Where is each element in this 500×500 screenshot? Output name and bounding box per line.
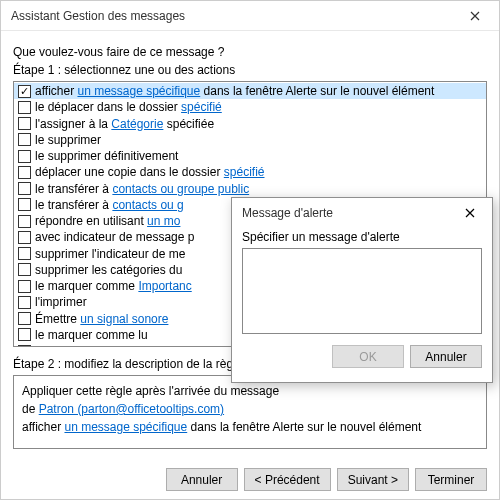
action-checkbox[interactable] — [18, 198, 31, 211]
action-label: le supprimer — [35, 133, 101, 147]
dialog-button-row: OK Annuler — [242, 345, 482, 368]
action-label: supprimer l'indicateur de me — [35, 247, 185, 261]
action-label: avec indicateur de message p — [35, 230, 194, 244]
action-label: arrêter de traiter plus de règ — [35, 344, 184, 347]
rule-description: Appliquer cette règle après l'arrivée du… — [13, 375, 487, 449]
dialog-close-button[interactable] — [450, 200, 490, 226]
window-close-button[interactable] — [455, 3, 495, 29]
action-checkbox[interactable] — [18, 231, 31, 244]
action-label: le marquer comme lu — [35, 328, 148, 342]
action-checkbox[interactable] — [18, 166, 31, 179]
action-checkbox[interactable] — [18, 328, 31, 341]
action-checkbox[interactable] — [18, 263, 31, 276]
action-label: l'imprimer — [35, 295, 87, 309]
action-checkbox[interactable] — [18, 101, 31, 114]
desc-line-3: afficher un message spécifique dans la f… — [22, 418, 478, 436]
action-label: le marquer comme Importanc — [35, 279, 192, 293]
action-checkbox[interactable] — [18, 85, 31, 98]
action-link[interactable]: contacts ou groupe public — [112, 182, 249, 196]
action-checkbox[interactable] — [18, 215, 31, 228]
action-row[interactable]: le supprimer — [14, 132, 486, 148]
action-row[interactable]: le supprimer définitivement — [14, 148, 486, 164]
action-checkbox[interactable] — [18, 345, 31, 347]
action-label: le supprimer définitivement — [35, 149, 178, 163]
action-checkbox[interactable] — [18, 247, 31, 260]
next-button[interactable]: Suivant > — [337, 468, 409, 491]
action-label: supprimer les catégories du — [35, 263, 182, 277]
desc-line-1: Appliquer cette règle après l'arrivée du… — [22, 382, 478, 400]
action-row[interactable]: l'assigner à la Catégorie spécifiée — [14, 116, 486, 132]
desc-line-2: de Patron (parton@officetooltips.com) — [22, 400, 478, 418]
dialog-label: Spécifier un message d'alerte — [242, 230, 482, 244]
action-checkbox[interactable] — [18, 133, 31, 146]
action-label: l'assigner à la Catégorie spécifiée — [35, 117, 214, 131]
question-label: Que voulez-vous faire de ce message ? — [13, 45, 487, 59]
dialog-titlebar: Message d'alerte — [232, 198, 492, 228]
action-link[interactable]: un signal sonore — [80, 312, 168, 326]
alert-message-input[interactable] — [242, 248, 482, 334]
action-row[interactable]: le déplacer dans le dossier spécifié — [14, 99, 486, 115]
action-label: afficher un message spécifique dans la f… — [35, 84, 434, 98]
action-link[interactable]: spécifié — [181, 100, 222, 114]
action-checkbox[interactable] — [18, 117, 31, 130]
cancel-button[interactable]: Annuler — [166, 468, 238, 491]
step1-label: Étape 1 : sélectionnez une ou des action… — [13, 63, 487, 77]
action-link[interactable]: contacts ou g — [112, 198, 183, 212]
action-checkbox[interactable] — [18, 182, 31, 195]
action-link[interactable]: spécifié — [224, 165, 265, 179]
desc-sender-link[interactable]: Patron (parton@officetooltips.com) — [39, 402, 224, 416]
action-label: Émettre un signal sonore — [35, 312, 168, 326]
window-title: Assistant Gestion des messages — [11, 9, 455, 23]
close-icon — [465, 208, 475, 218]
dialog-title: Message d'alerte — [242, 206, 450, 220]
action-row[interactable]: déplacer une copie dans le dossier spéci… — [14, 164, 486, 180]
action-link[interactable]: Importanc — [138, 279, 191, 293]
action-checkbox[interactable] — [18, 280, 31, 293]
desc-message-link[interactable]: un message spécifique — [64, 420, 187, 434]
dialog-cancel-button[interactable]: Annuler — [410, 345, 482, 368]
finish-button[interactable]: Terminer — [415, 468, 487, 491]
wizard-button-row: Annuler < Précédent Suivant > Terminer — [1, 468, 499, 491]
dialog-body: Spécifier un message d'alerte OK Annuler — [232, 228, 492, 376]
action-checkbox[interactable] — [18, 312, 31, 325]
dialog-ok-button[interactable]: OK — [332, 345, 404, 368]
action-label: répondre en utilisant un mo — [35, 214, 180, 228]
action-checkbox[interactable] — [18, 296, 31, 309]
action-row[interactable]: le transférer à contacts ou groupe publi… — [14, 181, 486, 197]
action-checkbox[interactable] — [18, 150, 31, 163]
titlebar: Assistant Gestion des messages — [1, 1, 499, 31]
alert-message-dialog: Message d'alerte Spécifier un message d'… — [231, 197, 493, 383]
action-label: le transférer à contacts ou g — [35, 198, 184, 212]
action-label: le transférer à contacts ou groupe publi… — [35, 182, 249, 196]
action-row[interactable]: afficher un message spécifique dans la f… — [14, 83, 486, 99]
action-link[interactable]: un mo — [147, 214, 180, 228]
close-icon — [470, 11, 480, 21]
back-button[interactable]: < Précédent — [244, 468, 331, 491]
action-link[interactable]: un message spécifique — [77, 84, 200, 98]
action-label: déplacer une copie dans le dossier spéci… — [35, 165, 264, 179]
action-link[interactable]: Catégorie — [111, 117, 163, 131]
action-label: le déplacer dans le dossier spécifié — [35, 100, 222, 114]
